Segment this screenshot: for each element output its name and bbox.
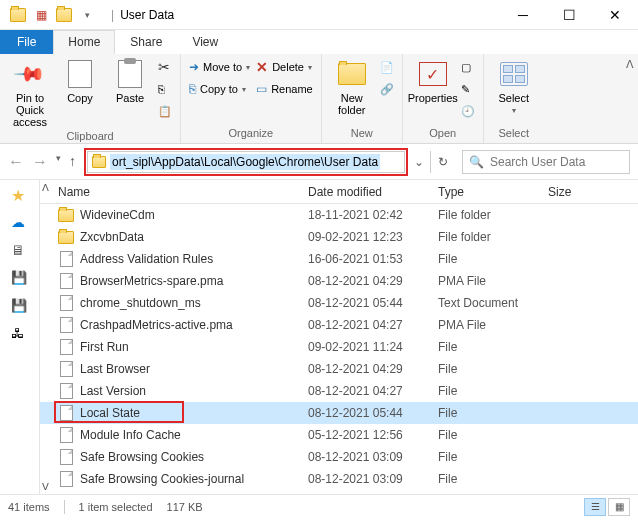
new-item-icon: 📄 <box>380 61 394 74</box>
close-button[interactable]: ✕ <box>592 0 638 30</box>
quick-access-icon[interactable]: ★ <box>11 186 29 204</box>
properties-button[interactable]: ✓ Properties <box>409 56 457 106</box>
nav-back-button[interactable]: ← <box>8 153 24 171</box>
easy-access-button[interactable]: 🔗 <box>378 78 396 100</box>
file-row[interactable]: Local State08-12-2021 05:44File <box>40 402 638 424</box>
col-header-type[interactable]: Type <box>430 185 540 199</box>
file-type: File <box>430 340 540 354</box>
file-name: Last Version <box>80 384 146 398</box>
file-icon <box>58 471 74 487</box>
qat-dropdown-icon[interactable]: ▾ <box>77 5 97 25</box>
file-row[interactable]: First Run09-02-2021 11:24File <box>40 336 638 358</box>
status-selected: 1 item selected <box>79 501 153 513</box>
tab-share[interactable]: Share <box>115 30 177 54</box>
edit-button[interactable]: ✎ <box>459 78 477 100</box>
nav-forward-button[interactable]: → <box>32 153 48 171</box>
scroll-up-icon[interactable]: ᐱ <box>42 182 49 193</box>
file-row[interactable]: CrashpadMetrics-active.pma08-12-2021 04:… <box>40 314 638 336</box>
file-row[interactable]: Module Info Cache05-12-2021 12:56File <box>40 424 638 446</box>
file-name: Safe Browsing Cookies-journal <box>80 472 244 486</box>
file-row[interactable]: chrome_shutdown_ms08-12-2021 05:44Text D… <box>40 292 638 314</box>
paste-shortcut-button[interactable]: 📋 <box>156 100 174 122</box>
open-button[interactable]: ▢ <box>459 56 477 78</box>
cut-button[interactable]: ✂ <box>156 56 174 78</box>
col-header-date[interactable]: Date modified <box>300 185 430 199</box>
file-icon <box>58 273 74 289</box>
address-dropdown-icon[interactable]: ⌄ <box>408 155 430 169</box>
qat-properties-icon[interactable]: ▦ <box>31 5 51 25</box>
search-input[interactable]: 🔍 Search User Data <box>462 150 630 174</box>
file-date: 09-02-2021 12:23 <box>300 230 430 244</box>
ribbon-group-new: New folder 📄 🔗 New <box>322 54 403 143</box>
file-type: File <box>430 384 540 398</box>
nav-up-button[interactable]: ↑ <box>69 153 76 171</box>
new-folder-button[interactable]: New folder <box>328 56 376 118</box>
nav-history-dropdown[interactable]: ▾ <box>56 153 61 171</box>
ribbon-group-open: ✓ Properties ▢ ✎ 🕘 Open <box>403 54 484 143</box>
file-row[interactable]: WidevineCdm18-11-2021 02:42File folder <box>40 204 638 226</box>
paste-shortcut-icon: 📋 <box>158 105 172 118</box>
file-name: Local State <box>80 406 140 420</box>
view-icons-button[interactable]: ▦ <box>608 498 630 516</box>
tab-home[interactable]: Home <box>53 30 115 54</box>
file-row[interactable]: Safe Browsing Cookies-journal08-12-2021 … <box>40 468 638 490</box>
address-bar[interactable]: ort_sipl\AppData\Local\Google\Chrome\Use… <box>87 151 405 173</box>
history-icon: 🕘 <box>461 105 475 118</box>
file-type: PMA File <box>430 274 540 288</box>
column-headers: Name Date modified Type Size <box>40 180 638 204</box>
onedrive-icon[interactable]: ☁ <box>11 214 29 232</box>
col-header-name[interactable]: Name <box>40 185 300 199</box>
delete-button[interactable]: ✕Delete▾ <box>254 56 315 78</box>
file-list: ᐱ Name Date modified Type Size WidevineC… <box>40 180 638 494</box>
sidebar-drive-icon[interactable]: 💾 <box>11 270 29 288</box>
paste-button[interactable]: Paste <box>106 56 154 106</box>
copy-path-button[interactable]: ⎘ <box>156 78 174 100</box>
address-highlight: ort_sipl\AppData\Local\Google\Chrome\Use… <box>84 148 408 176</box>
qat-folder-icon[interactable] <box>54 5 74 25</box>
pin-quick-access-button[interactable]: 📌 Pin to Quick access <box>6 56 54 130</box>
thispc-icon[interactable]: 🖥 <box>11 242 29 260</box>
sidebar-network-icon[interactable]: 🖧 <box>11 326 29 344</box>
select-button[interactable]: Select ▾ <box>490 56 538 117</box>
file-type: File <box>430 472 540 486</box>
file-row[interactable]: BrowserMetrics-spare.pma08-12-2021 04:29… <box>40 270 638 292</box>
history-button[interactable]: 🕘 <box>459 100 477 122</box>
file-row[interactable]: Last Version08-12-2021 04:27File <box>40 380 638 402</box>
file-date: 08-12-2021 05:44 <box>300 296 430 310</box>
copy-button[interactable]: Copy <box>56 56 104 106</box>
file-row[interactable]: ZxcvbnData09-02-2021 12:23File folder <box>40 226 638 248</box>
ribbon-collapse-icon[interactable]: ᐱ <box>622 54 638 143</box>
file-row[interactable]: Address Validation Rules16-06-2021 01:53… <box>40 248 638 270</box>
copy-icon <box>64 58 96 90</box>
copyto-button[interactable]: ⎘Copy to▾ <box>187 78 252 100</box>
file-type: File folder <box>430 208 540 222</box>
ribbon: 📌 Pin to Quick access Copy Paste ✂ ⎘ 📋 C… <box>0 54 638 144</box>
file-icon <box>58 449 74 465</box>
file-name: ZxcvbnData <box>80 230 144 244</box>
address-path[interactable]: ort_sipl\AppData\Local\Google\Chrome\Use… <box>110 154 380 170</box>
search-placeholder: Search User Data <box>490 155 585 169</box>
maximize-button[interactable]: ☐ <box>546 0 592 30</box>
sidebar-drive2-icon[interactable]: 💾 <box>11 298 29 316</box>
copyto-icon: ⎘ <box>189 82 196 96</box>
view-details-button[interactable]: ☰ <box>584 498 606 516</box>
moveto-button[interactable]: ➜Move to▾ <box>187 56 252 78</box>
file-name: Safe Browsing Cookies <box>80 450 204 464</box>
col-header-size[interactable]: Size <box>540 185 638 199</box>
file-row[interactable]: Safe Browsing Cookies08-12-2021 03:09Fil… <box>40 446 638 468</box>
rename-button[interactable]: ▭Rename <box>254 78 315 100</box>
window-title: User Data <box>120 8 174 22</box>
address-folder-icon <box>92 156 106 168</box>
nav-pane[interactable]: ★ ☁ 🖥 💾 💾 🖧 <box>0 180 40 494</box>
minimize-button[interactable]: ─ <box>500 0 546 30</box>
refresh-button[interactable]: ↻ <box>430 151 454 173</box>
new-item-button[interactable]: 📄 <box>378 56 396 78</box>
file-type: File <box>430 406 540 420</box>
file-icon <box>58 339 74 355</box>
content-area: ★ ☁ 🖥 💾 💾 🖧 ᐱ Name Date modified Type Si… <box>0 180 638 494</box>
file-row[interactable]: Last Browser08-12-2021 04:29File <box>40 358 638 380</box>
scroll-down-icon[interactable]: ᐯ <box>42 481 49 492</box>
app-folder-icon <box>8 5 28 25</box>
tab-file[interactable]: File <box>0 30 53 54</box>
tab-view[interactable]: View <box>177 30 233 54</box>
